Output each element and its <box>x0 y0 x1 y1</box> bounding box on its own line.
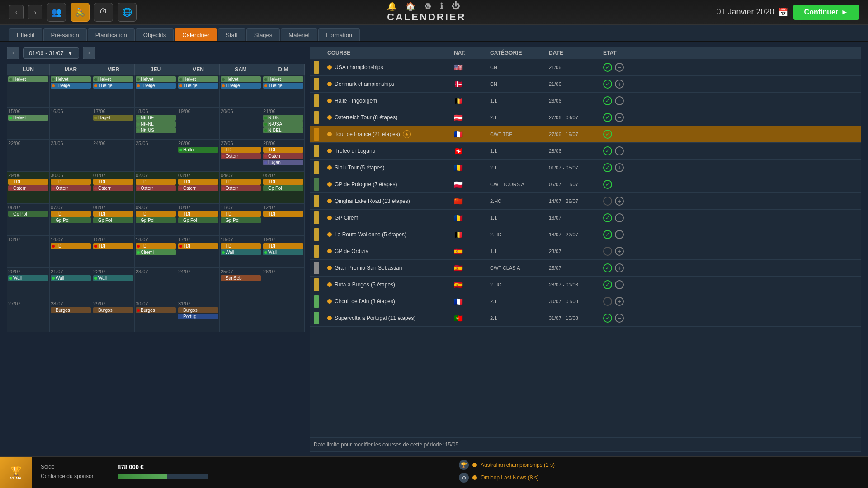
cal-event[interactable]: TDF <box>263 147 303 153</box>
cal-day[interactable]: 29/07 Burgos <box>92 300 135 332</box>
plus-button[interactable]: + <box>615 197 624 206</box>
settings-icon[interactable]: ⚙ <box>424 1 433 11</box>
cal-day[interactable]: 15/06 Helvet <box>7 108 50 139</box>
check-icon[interactable]: ✓ <box>603 213 612 222</box>
cal-event[interactable]: TDF <box>178 211 218 217</box>
cal-event[interactable]: Osterr <box>178 185 218 191</box>
minus-button[interactable]: − <box>615 113 624 122</box>
cal-event[interactable]: TDF <box>221 211 261 217</box>
cal-event[interactable]: TBeige <box>136 83 176 89</box>
cal-day[interactable]: 18/07 TDF Wall <box>220 236 262 267</box>
cal-event[interactable]: Osterr <box>263 153 303 159</box>
minus-button[interactable]: − <box>615 213 624 222</box>
cal-day[interactable]: 09/07 TDF Gp Pol <box>135 204 177 235</box>
check-icon[interactable]: ✓ <box>603 280 612 289</box>
cal-day[interactable]: 28/06 TDF Osterr Lugan <box>262 140 305 171</box>
calendar-icon-button[interactable]: 🚴 <box>71 3 90 22</box>
cal-event[interactable]: TDF <box>136 243 176 249</box>
cal-event[interactable]: Burgos <box>51 307 91 313</box>
cal-event[interactable]: Burgos <box>136 307 176 313</box>
home-icon[interactable]: 🏠 <box>406 1 417 11</box>
cal-day[interactable]: 10/07 TDF Gp Pol <box>177 204 220 235</box>
cal-event[interactable]: TBeige <box>93 83 133 89</box>
cal-day[interactable]: Helvet TBeige <box>50 75 92 107</box>
cal-event[interactable]: Gp Pol <box>136 217 176 223</box>
race-row[interactable]: Supervolta a Portugal (11 étapes)🇵🇹2.131… <box>310 310 861 327</box>
cal-day[interactable]: 16/06 <box>50 108 92 139</box>
cal-day[interactable]: 17/07 TDF <box>177 236 220 267</box>
cal-event[interactable]: Portug <box>178 314 218 319</box>
cal-event[interactable]: TDF <box>221 147 261 153</box>
cal-event[interactable]: Helvet <box>263 76 303 82</box>
period-dropdown-icon[interactable]: ▼ <box>67 50 73 56</box>
cal-event[interactable]: Ntt-US <box>136 127 176 133</box>
cal-day[interactable]: Helvet TBeige <box>220 75 262 107</box>
plus-button[interactable]: + <box>615 80 624 89</box>
cal-day[interactable]: 31/07 Burgos Portug <box>177 300 220 332</box>
cal-day[interactable]: Helvet TBeige <box>177 75 220 107</box>
race-row[interactable]: Denmark championships🇩🇰CN21/06✓+ <box>310 76 861 93</box>
cal-event[interactable]: TDF <box>263 179 303 185</box>
cal-day[interactable]: 25/07 SanSeb <box>220 268 262 300</box>
plus-button[interactable]: + <box>615 247 624 256</box>
cal-event[interactable]: TDF <box>93 179 133 185</box>
cal-event[interactable]: Gp Pol <box>178 217 218 223</box>
cal-event[interactable]: Helvet <box>221 76 261 82</box>
check-icon[interactable]: ✓ <box>603 146 612 155</box>
cal-event[interactable]: TBeige <box>221 83 261 89</box>
cal-day[interactable]: 27/06 TDF Osterr <box>220 140 262 171</box>
minus-button[interactable]: − <box>615 96 624 105</box>
cal-day[interactable]: 14/07 TDF <box>50 236 92 267</box>
cal-event[interactable]: Gp Pol <box>221 217 261 223</box>
cal-day[interactable]: 24/06 <box>92 140 135 171</box>
cal-day[interactable]: 29/06 TDF Osterr <box>7 172 50 203</box>
cal-event[interactable]: Helvet <box>51 76 91 82</box>
minus-button[interactable]: − <box>615 314 624 323</box>
cal-day[interactable]: 06/07 Gp Pol <box>7 204 50 235</box>
cal-day[interactable]: 20/06 <box>220 108 262 139</box>
minus-button[interactable]: − <box>615 63 624 72</box>
cal-event[interactable]: Ntt-BE <box>136 115 176 121</box>
cal-event[interactable]: TDF <box>221 179 261 185</box>
cal-event[interactable]: TDF <box>51 179 91 185</box>
race-row[interactable]: Osterreich Tour (8 étapes)🇦🇹2.127/06 - 0… <box>310 109 861 126</box>
race-row[interactable]: Sibiu Tour (5 étapes)🇷🇴2.101/07 - 05/07✓… <box>310 160 861 176</box>
check-icon[interactable]: ✓ <box>603 96 612 105</box>
check-icon[interactable]: ✓ <box>603 230 612 239</box>
cal-day[interactable]: 20/07 Wall <box>7 268 50 300</box>
cal-event[interactable]: TDF <box>51 211 91 217</box>
race-row[interactable]: Circuit de l'Ain (3 étapes)🇫🇷2.130/07 - … <box>310 293 861 310</box>
cal-event[interactable]: Osterr <box>221 185 261 191</box>
cal-day[interactable]: Helvet TBeige <box>262 75 305 107</box>
cal-event[interactable]: Ntt-NL <box>136 121 176 127</box>
cal-day[interactable]: 21/06 N-DK N-USA N-BEL <box>262 108 305 139</box>
cal-day[interactable]: 24/07 <box>177 268 220 300</box>
cal-event[interactable]: TDF <box>93 211 133 217</box>
race-row[interactable]: La Route Wallonne (5 étapes)🇧🇪2.HC18/07 … <box>310 226 861 243</box>
cal-event[interactable]: TDF <box>178 179 218 185</box>
check-icon[interactable]: ✓ <box>603 130 612 139</box>
cal-day[interactable] <box>262 300 305 332</box>
cal-event[interactable]: Gp Pol <box>8 211 48 217</box>
cal-event[interactable]: Helvet <box>8 115 48 121</box>
cal-day[interactable]: 19/07 TDF Wall <box>262 236 305 267</box>
cal-day[interactable]: 04/07 TDF Osterr <box>220 172 262 203</box>
cal-day[interactable]: 26/07 <box>262 268 305 300</box>
race-row[interactable]: Gran Premio San Sebastian🇪🇸CWT CLAS A25/… <box>310 260 861 277</box>
info-icon[interactable]: ℹ <box>440 1 444 11</box>
cal-day[interactable]: 23/07 <box>135 268 177 300</box>
cal-event[interactable]: N-USA <box>263 121 303 127</box>
back-button[interactable]: ‹ <box>9 5 24 19</box>
tab-objectifs[interactable]: Objectifs <box>136 28 174 41</box>
tab-materiel[interactable]: Matériel <box>281 28 317 41</box>
cal-event[interactable]: TDF <box>221 243 261 249</box>
cal-event[interactable]: TDF <box>263 243 303 249</box>
cal-day[interactable]: Helvet TBeige <box>92 75 135 107</box>
minus-button[interactable]: − <box>615 146 624 155</box>
cal-day[interactable]: 13/07 <box>7 236 50 267</box>
cal-day[interactable]: 21/07 Wall <box>50 268 92 300</box>
tab-effectif[interactable]: Effectif <box>9 28 42 41</box>
race-row[interactable]: Tour de France (21 étapes)★🇫🇷CWT TDF27/0… <box>310 126 861 143</box>
cal-day[interactable]: 19/06 <box>177 108 220 139</box>
cal-event[interactable]: Helvet <box>8 76 48 82</box>
